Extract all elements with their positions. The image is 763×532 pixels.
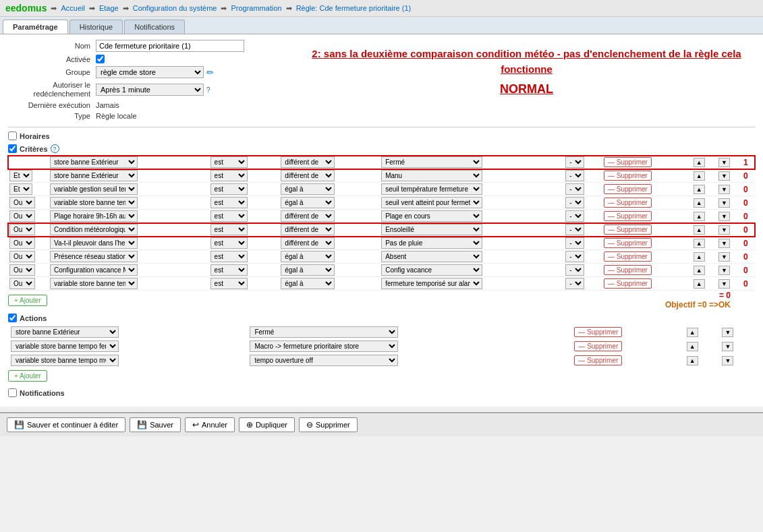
- dash-cell[interactable]: -: [564, 223, 602, 237]
- op-select[interactable]: est: [210, 210, 248, 222]
- sup-cell[interactable]: Supprimer: [602, 277, 692, 291]
- dash-cell[interactable]: -: [564, 169, 602, 183]
- connector-select[interactable]: Ou: [9, 264, 35, 276]
- connector-select[interactable]: Et: [9, 183, 32, 195]
- op-cell[interactable]: est: [209, 223, 280, 237]
- action-arrow-down-button[interactable]: ▼: [722, 342, 733, 351]
- value-cell[interactable]: seuil température fermeture s: [380, 183, 564, 196]
- suppress-row-button[interactable]: Supprimer: [604, 252, 652, 262]
- arr-up-cell[interactable]: ▲: [692, 237, 717, 250]
- arrow-up-button[interactable]: ▲: [694, 225, 705, 235]
- cmp-cell[interactable]: différent de: [279, 169, 380, 183]
- op-select[interactable]: est: [210, 156, 248, 168]
- tab-historique[interactable]: Historique: [69, 20, 123, 34]
- value-cell[interactable]: Plage en cours: [380, 210, 564, 223]
- sup-cell[interactable]: Supprimer: [602, 250, 692, 264]
- dupliquer-button[interactable]: ⊕ Dupliquer: [239, 417, 295, 432]
- action-var-select[interactable]: store banne Extérieur: [11, 326, 119, 338]
- action-suppress-button[interactable]: Supprimer: [574, 355, 622, 365]
- arr-up-cell[interactable]: ▲: [692, 156, 717, 169]
- breadcrumb-prog[interactable]: Programmation: [231, 4, 281, 12]
- cmp-select[interactable]: égal à: [281, 183, 335, 195]
- cmp-select[interactable]: égal à: [281, 197, 335, 208]
- arr-down-cell[interactable]: ▼: [717, 210, 742, 223]
- action-var-select[interactable]: variable store banne tempo ferme: [11, 341, 119, 352]
- breadcrumb-accueil[interactable]: Accueil: [61, 4, 84, 12]
- cmp-select[interactable]: égal à: [281, 251, 335, 262]
- connector-cell[interactable]: Et: [8, 183, 49, 196]
- variable-select[interactable]: variable store banne tempo vent l: [50, 197, 138, 208]
- dash-select[interactable]: -: [565, 278, 584, 289]
- arr-down-cell[interactable]: ▼: [717, 169, 742, 183]
- dash-cell[interactable]: -: [564, 264, 602, 277]
- action-val-select[interactable]: Macro -> fermeture prioritaire store: [250, 341, 398, 352]
- op-cell[interactable]: est: [209, 183, 280, 196]
- cmp-cell[interactable]: différent de: [279, 210, 380, 223]
- dash-select[interactable]: -: [565, 210, 584, 222]
- cmp-select[interactable]: différent de: [281, 210, 335, 222]
- variable-cell[interactable]: store banne Extérieur: [49, 169, 209, 183]
- op-cell[interactable]: est: [209, 210, 280, 223]
- groupe-edit-icon[interactable]: ✏: [206, 67, 214, 78]
- action-arr-down-cell[interactable]: ▼: [719, 325, 755, 339]
- add-criteria-button[interactable]: Ajouter: [8, 295, 47, 306]
- arrow-up-button[interactable]: ▲: [694, 198, 705, 208]
- arrow-down-button[interactable]: ▼: [718, 279, 730, 289]
- dash-cell[interactable]: -: [564, 196, 602, 210]
- action-val-cell[interactable]: tempo ouverture off: [247, 353, 571, 367]
- tab-notifications[interactable]: Notifications: [124, 20, 185, 34]
- connector-cell[interactable]: Ou: [8, 223, 49, 237]
- action-var-cell[interactable]: store banne Extérieur: [8, 325, 247, 339]
- sup-cell[interactable]: Supprimer: [602, 210, 692, 223]
- breadcrumb-etage[interactable]: Etage: [99, 4, 119, 12]
- op-select[interactable]: est: [210, 170, 248, 181]
- arrow-up-button[interactable]: ▲: [694, 158, 705, 167]
- variable-select[interactable]: Configuration vacance Maison: [50, 264, 138, 276]
- suppress-row-button[interactable]: Supprimer: [604, 184, 652, 194]
- arrow-up-button[interactable]: ▲: [694, 279, 705, 289]
- connector-cell[interactable]: Et: [8, 169, 49, 183]
- dash-select[interactable]: -: [565, 251, 584, 262]
- connector-select[interactable]: Ou: [9, 278, 35, 289]
- action-arrow-up-button[interactable]: ▲: [687, 328, 698, 337]
- cmp-cell[interactable]: égal à: [279, 264, 380, 277]
- value-cell[interactable]: Config vacance: [380, 264, 564, 277]
- add-action-button[interactable]: Ajouter: [8, 370, 47, 382]
- breadcrumb-config[interactable]: Configuration du système: [133, 4, 217, 12]
- connector-select[interactable]: Ou: [9, 224, 35, 235]
- sup-cell[interactable]: Supprimer: [602, 264, 692, 277]
- action-var-select[interactable]: variable store banne tempo mvt o: [11, 355, 119, 366]
- action-arrow-up-button[interactable]: ▲: [687, 356, 698, 365]
- op-select[interactable]: est: [210, 224, 248, 235]
- action-arrow-up-button[interactable]: ▲: [687, 342, 698, 351]
- sup-cell[interactable]: Supprimer: [602, 237, 692, 250]
- action-var-cell[interactable]: variable store banne tempo ferme: [8, 339, 247, 353]
- action-sup-cell[interactable]: Supprimer: [571, 325, 683, 339]
- dash-select[interactable]: -: [565, 224, 584, 235]
- connector-select[interactable]: Ou: [9, 210, 35, 222]
- action-arr-up-cell[interactable]: ▲: [684, 325, 720, 339]
- dash-cell[interactable]: -: [564, 237, 602, 250]
- cmp-select[interactable]: différent de: [281, 170, 335, 181]
- variable-cell[interactable]: store banne Extérieur: [49, 156, 209, 169]
- connector-select[interactable]: Et: [9, 170, 32, 181]
- action-suppress-button[interactable]: Supprimer: [574, 341, 622, 351]
- op-select[interactable]: est: [210, 251, 248, 262]
- suppress-row-button[interactable]: Supprimer: [604, 265, 652, 275]
- value-select[interactable]: Manu: [381, 170, 482, 181]
- op-select[interactable]: est: [210, 197, 248, 208]
- value-select[interactable]: fermeture temporisé sur alarm: [381, 278, 482, 289]
- cmp-select[interactable]: différent de: [281, 224, 335, 235]
- sup-cell[interactable]: Supprimer: [602, 183, 692, 196]
- variable-select[interactable]: Va-t-il pleuvoir dans l'heure ? Méta: [50, 237, 138, 249]
- cmp-select[interactable]: égal à: [281, 278, 335, 289]
- sup-cell[interactable]: Supprimer: [602, 196, 692, 210]
- cmp-cell[interactable]: égal à: [279, 277, 380, 291]
- action-arr-down-cell[interactable]: ▼: [719, 353, 755, 367]
- breadcrumb-regle[interactable]: Règle: Cde fermeture prioritaire (1): [296, 4, 412, 12]
- arrow-down-button[interactable]: ▼: [718, 198, 730, 208]
- arr-up-cell[interactable]: ▲: [692, 210, 717, 223]
- value-select[interactable]: Absent: [381, 251, 482, 262]
- arr-down-cell[interactable]: ▼: [717, 237, 742, 250]
- arr-up-cell[interactable]: ▲: [692, 169, 717, 183]
